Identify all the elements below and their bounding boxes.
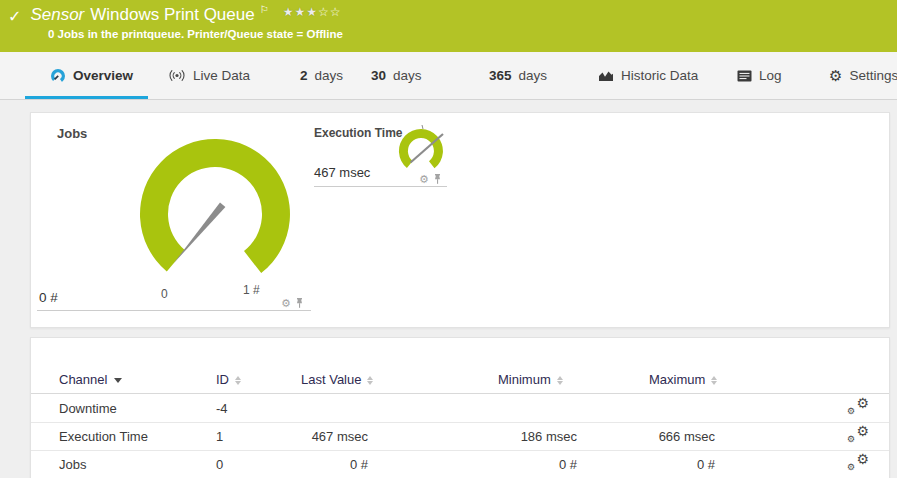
stars-filled: ★★★: [283, 5, 318, 19]
sort-icon: [557, 376, 563, 385]
stars-empty: ☆☆: [318, 5, 342, 19]
tab-2-days-number: 2: [300, 68, 308, 83]
sort-desc-icon: [114, 378, 122, 383]
tab-settings[interactable]: ⚙ Settings: [829, 52, 897, 99]
gear-icon[interactable]: ⚙: [419, 174, 429, 185]
sort-icon: [235, 376, 241, 385]
settings-gear-icon: ⚙: [829, 68, 842, 83]
tab-overview[interactable]: Overview: [50, 52, 133, 99]
execution-divider: [314, 186, 447, 187]
cell-last-value: 467 msec: [231, 429, 368, 444]
tab-overview-label: Overview: [73, 68, 133, 83]
cell-last-value: 0 #: [231, 457, 368, 472]
column-header-minimum-label: Minimum: [498, 372, 551, 387]
cell-id: -4: [216, 401, 228, 416]
live-data-icon: [168, 69, 186, 82]
cell-maximum: 666 msec: [579, 429, 715, 444]
jobs-gauge: [115, 119, 315, 299]
tab-log[interactable]: Log: [737, 52, 782, 99]
tab-live-data-label: Live Data: [193, 68, 250, 83]
tab-historic-data-label: Historic Data: [621, 68, 698, 83]
pin-icon[interactable]: [295, 297, 304, 309]
column-header-channel-label: Channel: [59, 372, 107, 387]
column-header-id[interactable]: ID: [216, 372, 241, 387]
jobs-gauge-scale-max: 1 #: [243, 283, 260, 297]
page-title: Windows Print Queue: [90, 5, 254, 25]
gauges-panel: Jobs 0 1 # 0 # ⚙ Execution Time 467 msec…: [30, 112, 890, 328]
tab-log-label: Log: [759, 68, 782, 83]
flag-icon[interactable]: ⚐: [260, 4, 269, 15]
jobs-gauge-title: Jobs: [57, 126, 87, 141]
channel-settings-gears-icon[interactable]: ⚙⚙: [847, 397, 869, 417]
cell-channel[interactable]: Downtime: [59, 401, 117, 416]
pin-icon[interactable]: [433, 173, 442, 185]
jobs-divider: [37, 310, 311, 311]
table-row-downtime[interactable]: Downtime -4 ⚙⚙: [31, 394, 889, 422]
column-header-last-value[interactable]: Last Value: [301, 372, 373, 387]
status-check-icon: ✓: [8, 7, 21, 26]
active-tab-underline: [25, 96, 148, 99]
table-row-execution-time[interactable]: Execution Time 1 467 msec 186 msec 666 m…: [31, 422, 889, 450]
tab-30-days-word: days: [393, 68, 422, 83]
channel-table-panel: Channel ID Last Value Minimum Maximum Do…: [30, 337, 890, 478]
jobs-gauge-value: 0 #: [39, 290, 58, 305]
cell-maximum: 0 #: [579, 457, 715, 472]
cell-id: 0: [216, 457, 223, 472]
tab-365-days[interactable]: 365 days: [489, 52, 547, 99]
tab-30-days[interactable]: 30 days: [371, 52, 422, 99]
cell-id: 1: [216, 429, 223, 444]
log-icon: [737, 70, 752, 82]
cell-channel[interactable]: Jobs: [59, 457, 86, 472]
jobs-gauge-needle: [173, 203, 225, 264]
column-header-maximum-label: Maximum: [649, 372, 705, 387]
column-header-minimum[interactable]: Minimum: [498, 372, 563, 387]
historic-chart-icon: [598, 69, 614, 82]
column-header-id-label: ID: [216, 372, 229, 387]
execution-gauge-actions[interactable]: ⚙: [419, 173, 442, 185]
tab-settings-label: Settings: [849, 68, 897, 83]
sensor-title-row: ✓ Sensor Windows Print Queue ⚐ ★★★☆☆: [8, 4, 341, 26]
priority-stars[interactable]: ★★★☆☆: [283, 5, 342, 19]
channel-settings-gears-icon[interactable]: ⚙⚙: [847, 453, 869, 473]
cell-minimum: 0 #: [441, 457, 577, 472]
jobs-gauge-scale-min: 0: [161, 287, 168, 301]
cell-channel[interactable]: Execution Time: [59, 429, 148, 444]
table-row-jobs[interactable]: Jobs 0 0 # 0 # 0 # ⚙⚙: [31, 450, 889, 478]
sort-icon: [367, 376, 373, 385]
tab-2-days-word: days: [315, 68, 344, 83]
execution-gauge-value: 467 msec: [314, 165, 370, 180]
sensor-kind-label: Sensor: [30, 5, 84, 25]
tab-historic-data[interactable]: Historic Data: [598, 52, 698, 99]
gauge-icon: [50, 68, 66, 84]
cell-minimum: 186 msec: [441, 429, 577, 444]
column-header-maximum[interactable]: Maximum: [649, 372, 717, 387]
tab-bar: Overview Live Data 2 days 30 days 365 da…: [0, 52, 897, 100]
channel-table-header: Channel ID Last Value Minimum Maximum: [31, 366, 889, 394]
channel-settings-gears-icon[interactable]: ⚙⚙: [847, 425, 869, 445]
sensor-header: ✓ Sensor Windows Print Queue ⚐ ★★★☆☆ 0 J…: [0, 0, 897, 52]
sort-icon: [711, 376, 717, 385]
jobs-gauge-actions[interactable]: ⚙: [281, 297, 304, 309]
tab-30-days-number: 30: [371, 68, 386, 83]
tab-365-days-number: 365: [489, 68, 512, 83]
tab-365-days-word: days: [519, 68, 548, 83]
column-header-channel[interactable]: Channel: [59, 372, 122, 387]
column-header-last-value-label: Last Value: [301, 372, 361, 387]
sensor-status-message: 0 Jobs in the printqueue. Printer/Queue …: [48, 28, 343, 40]
tab-live-data[interactable]: Live Data: [168, 52, 250, 99]
gear-icon[interactable]: ⚙: [281, 298, 291, 309]
tab-2-days[interactable]: 2 days: [300, 52, 343, 99]
